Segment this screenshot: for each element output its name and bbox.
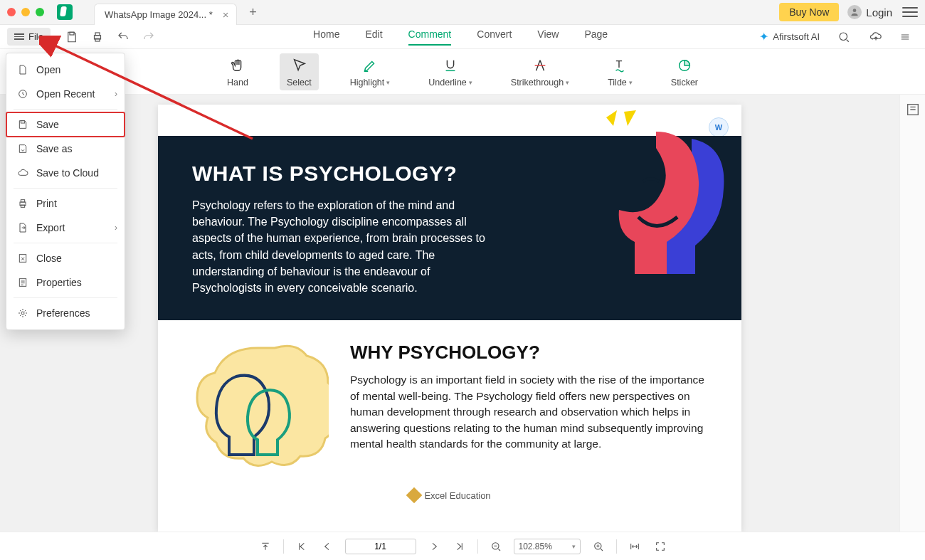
menu-save-as[interactable]: Save as: [6, 137, 125, 161]
svg-marker-9: [624, 110, 636, 126]
minimize-window[interactable]: [21, 8, 30, 16]
panel-toggle-icon[interactable]: [905, 102, 921, 117]
document-page: W WHAT IS PSYCHOLOGY? Psychology refers …: [158, 105, 741, 532]
document-viewport[interactable]: W WHAT IS PSYCHOLOGY? Psychology refers …: [0, 95, 899, 532]
search-icon[interactable]: [835, 28, 853, 46]
right-sidebar: [899, 95, 925, 532]
svg-marker-8: [606, 110, 617, 126]
underline-icon: [443, 56, 458, 75]
save-quick-icon[interactable]: [63, 28, 81, 46]
svg-rect-1: [70, 32, 74, 35]
tool-tilde[interactable]: T Tilde▾: [601, 53, 640, 90]
menu-print[interactable]: Print: [6, 191, 125, 216]
doc-paragraph-2: Psychology is an important field in soci…: [350, 372, 713, 452]
diamond-icon: [406, 487, 423, 504]
redo-icon[interactable]: [139, 28, 158, 46]
login-label: Login: [866, 6, 892, 19]
svg-point-18: [21, 312, 24, 315]
first-page-icon[interactable]: [294, 539, 310, 554]
doc-footer-text: Excel Education: [424, 490, 490, 501]
strikethrough-icon: [532, 56, 548, 75]
properties-icon: [16, 276, 29, 289]
sticker-icon: [677, 56, 692, 75]
chevron-down-icon: ▾: [386, 79, 390, 86]
chevron-down-icon: ▾: [629, 79, 633, 86]
tab-close-icon[interactable]: ×: [223, 9, 229, 21]
export-icon: [16, 221, 29, 234]
next-page-icon[interactable]: [426, 539, 442, 554]
document-tab[interactable]: WhatsApp Image 2024... * ×: [94, 4, 237, 25]
status-bar: 102.85% ▾: [0, 532, 925, 560]
save-icon: [16, 118, 29, 131]
page-input[interactable]: [345, 539, 416, 554]
tool-hand[interactable]: Hand: [220, 53, 255, 90]
file-menu-button[interactable]: File: [7, 28, 51, 46]
doc-paragraph-1: Psychology refers to the exploration of …: [192, 197, 491, 296]
scroll-top-icon[interactable]: [258, 539, 273, 554]
tab-home[interactable]: Home: [313, 28, 339, 46]
chevron-down-icon: ▾: [469, 79, 472, 86]
main-tabs: Home Edit Comment Convert View Page: [162, 28, 759, 46]
tab-comment[interactable]: Comment: [408, 28, 452, 46]
close-window[interactable]: [7, 8, 16, 16]
close-file-icon: [16, 252, 29, 265]
tool-sticker[interactable]: Sticker: [664, 53, 705, 90]
tab-convert[interactable]: Convert: [477, 28, 512, 46]
titlebar: WhatsApp Image 2024... * × + Buy Now Log…: [0, 0, 925, 25]
doc-section-2: WHY PSYCHOLOGY? Psychology is an importa…: [158, 320, 741, 487]
menu-preferences[interactable]: Preferences: [6, 301, 125, 325]
menu-save[interactable]: Save: [6, 112, 125, 137]
svg-rect-12: [21, 121, 24, 123]
menu-close[interactable]: Close: [6, 246, 125, 270]
menu-open-recent[interactable]: Open Recent ›: [6, 82, 125, 106]
tool-select[interactable]: Select: [280, 53, 319, 90]
tool-underline[interactable]: Underline▾: [421, 53, 480, 90]
zoom-select[interactable]: 102.85% ▾: [514, 539, 581, 554]
tab-edit[interactable]: Edit: [365, 28, 382, 46]
app-logo: [57, 4, 73, 20]
menu-save-cloud[interactable]: Save to Cloud: [6, 161, 125, 185]
file-dropdown: Open Open Recent › Save Save as Save to …: [6, 53, 125, 330]
collapse-ribbon-icon[interactable]: [896, 28, 914, 46]
menu-export[interactable]: Export ›: [6, 216, 125, 240]
comment-toolbar: Hand Select Highlight▾ Underline▾ Strike…: [0, 49, 925, 95]
prev-page-icon[interactable]: [319, 539, 335, 554]
tab-page[interactable]: Page: [584, 28, 608, 46]
print-quick-icon[interactable]: [88, 28, 107, 46]
tool-highlight[interactable]: Highlight▾: [343, 53, 398, 90]
app-menu-button[interactable]: [902, 4, 918, 20]
svg-rect-4: [95, 38, 100, 41]
save-as-icon: [16, 142, 29, 155]
zoom-value: 102.85%: [519, 541, 552, 551]
zoom-in-icon[interactable]: [591, 539, 606, 554]
buy-now-button[interactable]: Buy Now: [779, 3, 839, 21]
cloud-sync-icon[interactable]: [867, 28, 885, 46]
tab-title: WhatsApp Image 2024... *: [105, 9, 213, 20]
svg-rect-15: [21, 205, 24, 207]
fit-width-icon[interactable]: [627, 539, 643, 554]
new-tab-button[interactable]: +: [244, 3, 263, 21]
chevron-down-icon: ▾: [566, 79, 569, 86]
file-label: File: [28, 31, 43, 42]
ai-button[interactable]: ✦ Afirstsoft AI: [759, 30, 820, 43]
tilde-icon: T: [612, 56, 628, 75]
cloud-icon: [16, 167, 29, 179]
tab-view[interactable]: View: [537, 28, 559, 46]
menu-open[interactable]: Open: [6, 58, 125, 82]
chevron-down-icon: ▾: [572, 543, 576, 550]
zoom-out-icon[interactable]: [488, 539, 504, 554]
doc-footer: Excel Education: [158, 487, 741, 511]
tool-strikethrough[interactable]: Strikethrough▾: [504, 53, 576, 90]
menu-properties[interactable]: Properties: [6, 270, 125, 295]
fit-page-icon[interactable]: [652, 539, 668, 554]
svg-point-5: [840, 33, 847, 41]
svg-rect-3: [95, 33, 100, 36]
login-button[interactable]: Login: [847, 5, 892, 19]
maximize-window[interactable]: [36, 8, 44, 16]
hand-icon: [230, 56, 245, 75]
last-page-icon[interactable]: [452, 539, 467, 554]
doc-heading-2: WHY PSYCHOLOGY?: [350, 342, 713, 364]
undo-icon[interactable]: [114, 28, 132, 46]
ai-label: Afirstsoft AI: [773, 31, 820, 42]
chevron-right-icon: ›: [115, 89, 117, 99]
